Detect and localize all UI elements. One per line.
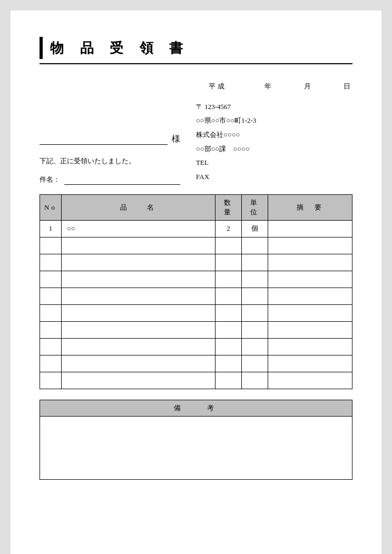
cell-no xyxy=(40,271,62,288)
cell-qty xyxy=(215,254,242,271)
document-page: 物 品 受 領 書 様 下記、正に受領いたしました。 件名： 平成 年 xyxy=(11,11,381,554)
date-day-label: 日 xyxy=(344,82,352,90)
cell-unit xyxy=(242,372,268,389)
left-section: 様 下記、正に受領いたしました。 件名： xyxy=(40,80,180,185)
cell-unit xyxy=(242,288,268,304)
cell-unit xyxy=(242,338,268,355)
subject-underline xyxy=(64,174,180,185)
cell-summary xyxy=(268,338,352,355)
recipient-line: 様 xyxy=(40,133,180,145)
cell-summary xyxy=(268,237,352,254)
cell-name xyxy=(61,304,215,321)
cell-qty xyxy=(215,237,242,254)
cell-name xyxy=(61,338,215,355)
cell-name xyxy=(61,237,215,254)
cell-qty xyxy=(215,304,242,321)
table-row xyxy=(40,338,352,355)
cell-name: ○○ xyxy=(61,220,215,237)
subject-line: 件名： xyxy=(40,174,180,185)
cell-summary xyxy=(268,288,352,304)
cell-unit xyxy=(242,304,268,321)
remarks-content xyxy=(40,416,352,479)
table-row xyxy=(40,237,352,254)
cell-summary xyxy=(268,321,352,338)
cell-no xyxy=(40,372,62,389)
date-month-label: 月 xyxy=(304,82,313,90)
recipient-underline xyxy=(40,133,168,145)
fax-line: FAX xyxy=(196,171,352,184)
cell-qty xyxy=(215,288,242,304)
cell-qty xyxy=(215,372,242,389)
header-area: 様 下記、正に受領いたしました。 件名： 平成 年 月 日 〒 123-4567 xyxy=(40,80,352,185)
header-summary: 摘 要 xyxy=(268,194,352,220)
date-line: 平成 年 月 日 xyxy=(196,80,352,93)
cell-qty xyxy=(215,271,242,288)
cell-name xyxy=(61,321,215,338)
header-no: No xyxy=(40,194,62,220)
table-row: 1○○2個 xyxy=(40,220,352,237)
title-section: 物 品 受 領 書 xyxy=(40,37,352,64)
cell-qty xyxy=(215,321,242,338)
date-year-label: 年 xyxy=(264,82,273,90)
items-table: No 品 名 数量 単位 摘 要 1○○2個 xyxy=(40,194,352,389)
cell-unit xyxy=(242,321,268,338)
remarks-table: 備 考 xyxy=(40,400,352,480)
receipt-note: 下記、正に受領いたしました。 xyxy=(40,156,180,166)
cell-unit xyxy=(242,254,268,271)
cell-name xyxy=(61,355,215,372)
cell-unit xyxy=(242,271,268,288)
postal-line: 〒 123-4567 xyxy=(196,101,352,114)
header-qty: 数量 xyxy=(215,194,242,220)
cell-no xyxy=(40,355,62,372)
table-row xyxy=(40,288,352,304)
sama-label: 様 xyxy=(172,134,180,145)
company-line: 株式会社○○○○ xyxy=(196,128,352,142)
tel-line: TEL xyxy=(196,156,352,170)
cell-unit: 個 xyxy=(242,220,268,237)
cell-qty xyxy=(215,338,242,355)
table-row xyxy=(40,254,352,271)
header-unit: 単位 xyxy=(242,194,268,220)
cell-no xyxy=(40,304,62,321)
cell-summary xyxy=(268,304,352,321)
cell-summary xyxy=(268,372,352,389)
date-era: 平成 xyxy=(209,82,227,90)
table-header-row: No 品 名 数量 単位 摘 要 xyxy=(40,194,352,220)
cell-no xyxy=(40,254,62,271)
table-row xyxy=(40,271,352,288)
cell-name xyxy=(61,254,215,271)
cell-summary xyxy=(268,355,352,372)
dept-line: ○○部○○課 ○○○○ xyxy=(196,143,352,156)
cell-no xyxy=(40,237,62,254)
table-row xyxy=(40,372,352,389)
cell-qty: 2 xyxy=(215,220,242,237)
cell-summary xyxy=(268,271,352,288)
cell-no: 1 xyxy=(40,220,62,237)
remarks-header: 備 考 xyxy=(40,400,352,416)
cell-summary xyxy=(268,220,352,237)
table-row xyxy=(40,321,352,338)
cell-name xyxy=(61,288,215,304)
cell-unit xyxy=(242,355,268,372)
document-title: 物 品 受 領 書 xyxy=(50,39,189,57)
cell-qty xyxy=(215,355,242,372)
address1-line: ○○県○○市○○町1-2-3 xyxy=(196,114,352,127)
cell-unit xyxy=(242,237,268,254)
remarks-row xyxy=(40,416,352,479)
cell-no xyxy=(40,321,62,338)
title-bar xyxy=(40,37,43,59)
cell-summary xyxy=(268,254,352,271)
cell-name xyxy=(61,271,215,288)
table-row xyxy=(40,355,352,372)
right-section: 平成 年 月 日 〒 123-4567 ○○県○○市○○町1-2-3 株式会社○… xyxy=(196,80,352,185)
cell-no xyxy=(40,288,62,304)
cell-no xyxy=(40,338,62,355)
table-row xyxy=(40,304,352,321)
subject-label: 件名： xyxy=(40,175,60,184)
cell-name xyxy=(61,372,215,389)
header-name: 品 名 xyxy=(61,194,215,220)
